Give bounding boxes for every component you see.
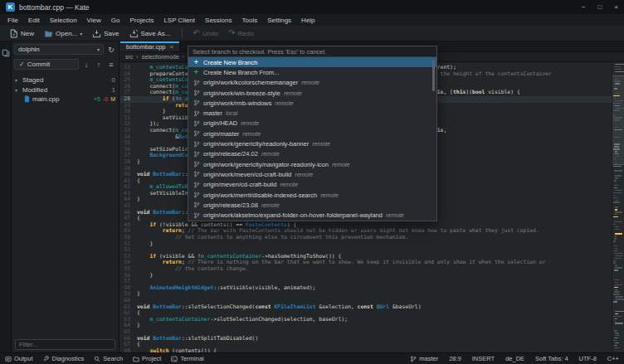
branch-item[interactable]: origin/release/23.08remote <box>188 200 436 210</box>
panel-toggle-terminal[interactable]: Terminal <box>171 355 203 362</box>
panel-toggle-search[interactable]: Search <box>94 355 123 362</box>
open-button[interactable]: Open... ▾ <box>40 27 86 40</box>
statusbar-encoding[interactable]: UTF-8 <box>579 355 597 362</box>
code-text[interactable]: m_contentsContainer->slotSelectionChange… <box>133 317 348 323</box>
code-line[interactable]: 58 AnimatedHeightWidget::setVisible(visi… <box>120 285 624 292</box>
git-menu-icon[interactable]: ≡ <box>106 60 116 70</box>
code-text[interactable]: } <box>133 241 153 248</box>
branch-item[interactable]: masterlocal <box>188 108 436 118</box>
statusbar-soft-tabs[interactable]: Soft Tabs: 4 <box>535 355 568 362</box>
menu-selection[interactable]: Selection <box>45 17 82 24</box>
save-button[interactable]: Save <box>88 27 123 40</box>
menu-view[interactable]: View <box>82 17 106 24</box>
branch-item[interactable]: origin/work/kcolorschememanagerremote <box>188 78 436 88</box>
menu-lsp-client[interactable]: LSP Client <box>158 17 200 24</box>
code-text[interactable]: void BottomBar::slotSelectionChanged(con… <box>133 304 422 311</box>
undo-button[interactable]: ↶ Undo <box>189 27 223 39</box>
menu-tools[interactable]: Tools <box>237 17 263 24</box>
documents-tool-icon[interactable] <box>2 46 10 54</box>
tab-label: bottombar.cpp <box>126 43 166 51</box>
create-branch-item[interactable]: +Create New Branch <box>188 57 436 67</box>
statusbar-git-branch[interactable]: master <box>410 355 438 362</box>
tab-bottombar-cpp[interactable]: bottombar.cpp × <box>120 41 180 51</box>
minimap-mark <box>613 260 617 261</box>
code-line[interactable]: 50 // Set contents to anything else to c… <box>120 235 624 241</box>
menu-edit[interactable]: Edit <box>23 17 45 24</box>
code-text[interactable]: AnimatedHeightWidget::setVisible(visible… <box>133 285 315 292</box>
redo-button[interactable]: ↷ Redo <box>224 27 258 39</box>
close-button[interactable]: × <box>614 3 618 11</box>
menu-sessions[interactable]: Sessions <box>200 17 236 24</box>
code-text[interactable]: // Set contents to anything else to circ… <box>133 235 408 241</box>
branch-item[interactable]: origin/meven/cd-craft-buildremote <box>188 180 436 190</box>
create-branch-item[interactable]: +Create New Branch From... <box>188 67 436 77</box>
code-text[interactable]: } <box>133 291 140 298</box>
branch-item[interactable]: origin/work/akselmo/expand-folder-on-hov… <box>188 210 436 220</box>
minimap-mark <box>615 267 622 268</box>
code-line[interactable]: 63 m_contentsContainer->slotSelectionCha… <box>120 317 624 323</box>
branch-label: origin/meven/cd-craft-build <box>203 181 276 188</box>
code-text[interactable]: } <box>133 273 153 279</box>
code-line[interactable]: 59} <box>120 291 624 298</box>
menu-go[interactable]: Go <box>106 17 125 24</box>
panel-toggle-project[interactable]: Project <box>133 355 161 362</box>
code-line[interactable]: 61void BottomBar::slotSelectionChanged(c… <box>120 304 624 311</box>
staged-section[interactable]: ▾ Staged 0 <box>12 75 119 85</box>
popup-scrollbar[interactable] <box>432 59 436 219</box>
statusbar-syntax-mode[interactable]: C++ <box>607 355 619 362</box>
git-push-icon[interactable]: ↑ <box>94 60 104 70</box>
branch-item[interactable]: origin/work/genericity/readonly-bannerre… <box>188 138 436 148</box>
branch-item[interactable]: origin/masterremote <box>188 129 436 138</box>
branch-list: +Create New Branch+Create New Branch Fro… <box>188 57 436 221</box>
menu-file[interactable]: File <box>2 17 23 24</box>
save-as-button[interactable]: Save As... <box>125 27 175 40</box>
branch-label: Create New Branch From... <box>203 69 279 76</box>
maximize-button[interactable]: □ <box>597 3 602 11</box>
code-line[interactable]: 66void BottomBar::slotSplitTabDisabled() <box>120 336 624 342</box>
window-controls: − □ × <box>582 3 618 11</box>
minimap-mark <box>615 335 620 336</box>
minimap-mark <box>614 180 617 181</box>
code-text[interactable]: } <box>133 159 140 166</box>
file-item-main-cpp[interactable]: main.cpp +5 -0 M <box>12 95 119 104</box>
commit-button[interactable]: ✓ Commit <box>14 59 79 70</box>
menu-projects[interactable]: Projects <box>124 17 158 24</box>
statusbar-insert-mode[interactable]: INSERT <box>472 355 495 362</box>
branch-search-input[interactable]: Select branch to checkout. Press 'Esc' t… <box>188 46 436 57</box>
code-line[interactable]: 55 // the contents change. <box>120 266 624 273</box>
menu-help[interactable]: Help <box>296 17 319 24</box>
menu-settings[interactable]: Settings <box>262 17 296 24</box>
modified-section[interactable]: ▾ Modified 1 <box>12 85 119 95</box>
new-button[interactable]: New <box>5 27 38 40</box>
branch-item[interactable]: origin/release/24.02remote <box>188 149 436 159</box>
code-line[interactable]: 51 } <box>120 241 624 248</box>
minimap-mark <box>615 69 622 70</box>
project-selector[interactable]: dolphin ▾ <box>14 44 104 55</box>
minimap-mark <box>615 151 617 152</box>
breadcrumb-item[interactable]: src <box>125 54 133 60</box>
minimap-scrollbar[interactable] <box>612 62 624 352</box>
code-line[interactable]: 56 } <box>120 273 624 279</box>
git-pull-icon[interactable]: ↓ <box>81 60 91 70</box>
main-toolbar: New Open... ▾ Save Save As... ↶ Undo ↷ R… <box>0 26 624 41</box>
code-text[interactable]: } <box>133 197 140 203</box>
statusbar-dictionary[interactable]: de_DE <box>505 355 524 362</box>
minimize-button[interactable]: − <box>582 3 586 11</box>
branch-item[interactable]: origin/work/genericity/navigator-readonl… <box>188 159 436 169</box>
statusbar-cursor-position[interactable]: 28:9 <box>449 355 461 362</box>
panel-toggle-diagnostics[interactable]: Diagnostics <box>43 355 85 362</box>
branch-item[interactable]: origin/work/rmb-windowsremote <box>188 98 436 108</box>
branch-item[interactable]: origin/HEADremote <box>188 119 436 129</box>
code-line[interactable]: 64} <box>120 323 624 329</box>
close-tab-icon[interactable]: × <box>170 43 174 51</box>
code-text[interactable]: } <box>133 323 140 329</box>
branch-item[interactable]: origin/work/win-breeze-styleremote <box>188 88 436 98</box>
refresh-icon[interactable]: ↻ <box>106 45 116 55</box>
breadcrumb-item[interactable]: selectionmode <box>142 54 179 60</box>
branch-item[interactable]: origin/work/meven/cd-craft-buildremote <box>188 169 436 179</box>
code-text[interactable]: void BottomBar::slotSplitTabDisabled() <box>133 336 258 342</box>
filter-input[interactable] <box>15 339 115 350</box>
popup-scrollbar-thumb[interactable] <box>432 60 435 91</box>
branch-item[interactable]: origin/work/merrit/disable-indexed-searc… <box>188 190 436 200</box>
panel-toggle-output[interactable]: Output <box>5 355 33 362</box>
